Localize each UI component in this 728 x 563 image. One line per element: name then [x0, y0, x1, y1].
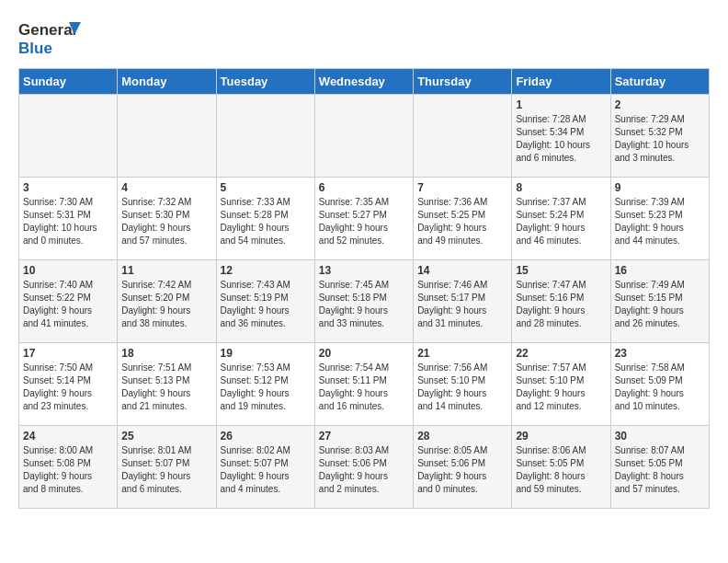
calendar-cell: 2Sunrise: 7:29 AM Sunset: 5:32 PM Daylig… [610, 95, 709, 178]
day-number: 18 [121, 347, 211, 360]
calendar-week-row: 1Sunrise: 7:28 AM Sunset: 5:34 PM Daylig… [19, 95, 710, 178]
calendar-cell: 26Sunrise: 8:02 AM Sunset: 5:07 PM Dayli… [216, 426, 314, 509]
day-info: Sunrise: 8:06 AM Sunset: 5:05 PM Dayligh… [516, 444, 606, 496]
day-info: Sunrise: 7:33 AM Sunset: 5:28 PM Dayligh… [221, 196, 311, 247]
day-number: 11 [121, 264, 211, 277]
calendar-cell: 23Sunrise: 7:58 AM Sunset: 5:09 PM Dayli… [610, 343, 709, 426]
calendar-week-row: 17Sunrise: 7:50 AM Sunset: 5:14 PM Dayli… [19, 343, 710, 426]
calendar-cell: 15Sunrise: 7:47 AM Sunset: 5:16 PM Dayli… [512, 260, 610, 343]
day-number: 6 [319, 181, 409, 194]
calendar-cell [414, 95, 512, 178]
calendar-cell: 5Sunrise: 7:33 AM Sunset: 5:28 PM Daylig… [216, 178, 314, 260]
day-info: Sunrise: 7:35 AM Sunset: 5:27 PM Dayligh… [319, 196, 409, 247]
calendar-cell: 10Sunrise: 7:40 AM Sunset: 5:22 PM Dayli… [19, 260, 118, 343]
day-number: 16 [615, 264, 705, 277]
weekday-header: Friday [512, 69, 610, 95]
logo-svg: GeneralBlue [18, 18, 92, 59]
weekday-header: Tuesday [216, 69, 314, 95]
calendar-cell: 14Sunrise: 7:46 AM Sunset: 5:17 PM Dayli… [414, 260, 512, 343]
weekday-header: Monday [118, 69, 216, 95]
calendar-week-row: 24Sunrise: 8:00 AM Sunset: 5:08 PM Dayli… [19, 426, 710, 509]
day-info: Sunrise: 8:07 AM Sunset: 5:05 PM Dayligh… [615, 444, 705, 496]
calendar-cell: 12Sunrise: 7:43 AM Sunset: 5:19 PM Dayli… [216, 260, 314, 343]
day-number: 26 [221, 430, 311, 442]
day-info: Sunrise: 7:36 AM Sunset: 5:25 PM Dayligh… [417, 196, 507, 247]
day-number: 29 [516, 430, 606, 442]
day-number: 2 [615, 98, 705, 111]
calendar-week-row: 3Sunrise: 7:30 AM Sunset: 5:31 PM Daylig… [19, 178, 710, 260]
day-number: 27 [319, 430, 409, 442]
day-number: 12 [221, 264, 311, 277]
calendar-cell: 21Sunrise: 7:56 AM Sunset: 5:10 PM Dayli… [414, 343, 512, 426]
calendar-cell: 17Sunrise: 7:50 AM Sunset: 5:14 PM Dayli… [19, 343, 118, 426]
calendar-cell: 25Sunrise: 8:01 AM Sunset: 5:07 PM Dayli… [118, 426, 216, 509]
day-number: 14 [417, 264, 507, 277]
day-number: 9 [615, 181, 705, 194]
day-info: Sunrise: 7:37 AM Sunset: 5:24 PM Dayligh… [516, 196, 606, 247]
day-info: Sunrise: 7:42 AM Sunset: 5:20 PM Dayligh… [121, 279, 211, 330]
day-info: Sunrise: 8:01 AM Sunset: 5:07 PM Dayligh… [121, 444, 211, 496]
weekday-header-row: SundayMondayTuesdayWednesdayThursdayFrid… [19, 69, 710, 95]
day-info: Sunrise: 7:49 AM Sunset: 5:15 PM Dayligh… [615, 279, 705, 330]
day-info: Sunrise: 7:56 AM Sunset: 5:10 PM Dayligh… [417, 362, 507, 413]
page-header: GeneralBlue [18, 18, 710, 59]
day-number: 24 [23, 430, 113, 442]
calendar-table: SundayMondayTuesdayWednesdayThursdayFrid… [18, 68, 710, 509]
weekday-header: Saturday [610, 69, 709, 95]
day-info: Sunrise: 7:54 AM Sunset: 5:11 PM Dayligh… [319, 362, 409, 413]
day-number: 10 [23, 264, 113, 277]
day-number: 13 [319, 264, 409, 277]
day-info: Sunrise: 7:47 AM Sunset: 5:16 PM Dayligh… [516, 279, 606, 330]
day-info: Sunrise: 8:03 AM Sunset: 5:06 PM Dayligh… [319, 444, 409, 496]
day-number: 28 [417, 430, 507, 442]
calendar-cell: 24Sunrise: 8:00 AM Sunset: 5:08 PM Dayli… [19, 426, 118, 509]
day-info: Sunrise: 7:51 AM Sunset: 5:13 PM Dayligh… [121, 362, 211, 413]
day-number: 30 [615, 430, 705, 442]
calendar-cell: 6Sunrise: 7:35 AM Sunset: 5:27 PM Daylig… [314, 178, 413, 260]
day-info: Sunrise: 7:46 AM Sunset: 5:17 PM Dayligh… [417, 279, 507, 330]
calendar-cell: 30Sunrise: 8:07 AM Sunset: 5:05 PM Dayli… [610, 426, 709, 509]
day-number: 20 [319, 347, 409, 360]
calendar-cell [118, 95, 216, 178]
day-info: Sunrise: 7:40 AM Sunset: 5:22 PM Dayligh… [23, 279, 113, 330]
weekday-header: Wednesday [314, 69, 413, 95]
calendar-cell: 18Sunrise: 7:51 AM Sunset: 5:13 PM Dayli… [118, 343, 216, 426]
day-info: Sunrise: 7:32 AM Sunset: 5:30 PM Dayligh… [121, 196, 211, 247]
day-number: 5 [221, 181, 311, 194]
day-info: Sunrise: 7:39 AM Sunset: 5:23 PM Dayligh… [615, 196, 705, 247]
weekday-header: Sunday [19, 69, 118, 95]
day-info: Sunrise: 7:43 AM Sunset: 5:19 PM Dayligh… [221, 279, 311, 330]
day-info: Sunrise: 7:28 AM Sunset: 5:34 PM Dayligh… [516, 113, 606, 165]
svg-text:General: General [18, 21, 76, 39]
calendar-cell: 3Sunrise: 7:30 AM Sunset: 5:31 PM Daylig… [19, 178, 118, 260]
calendar-body: 1Sunrise: 7:28 AM Sunset: 5:34 PM Daylig… [19, 95, 710, 509]
calendar-cell: 27Sunrise: 8:03 AM Sunset: 5:06 PM Dayli… [314, 426, 413, 509]
calendar-cell: 4Sunrise: 7:32 AM Sunset: 5:30 PM Daylig… [118, 178, 216, 260]
day-number: 17 [23, 347, 113, 360]
calendar-cell: 13Sunrise: 7:45 AM Sunset: 5:18 PM Dayli… [314, 260, 413, 343]
day-number: 3 [23, 181, 113, 194]
weekday-header: Thursday [414, 69, 512, 95]
calendar-cell [19, 95, 118, 178]
calendar-cell: 16Sunrise: 7:49 AM Sunset: 5:15 PM Dayli… [610, 260, 709, 343]
day-number: 25 [121, 430, 211, 442]
calendar-cell: 1Sunrise: 7:28 AM Sunset: 5:34 PM Daylig… [512, 95, 610, 178]
day-number: 22 [516, 347, 606, 360]
day-info: Sunrise: 7:53 AM Sunset: 5:12 PM Dayligh… [221, 362, 311, 413]
calendar-cell [216, 95, 314, 178]
calendar-cell: 7Sunrise: 7:36 AM Sunset: 5:25 PM Daylig… [414, 178, 512, 260]
day-info: Sunrise: 7:30 AM Sunset: 5:31 PM Dayligh… [23, 196, 113, 247]
calendar-cell: 8Sunrise: 7:37 AM Sunset: 5:24 PM Daylig… [512, 178, 610, 260]
day-number: 8 [516, 181, 606, 194]
day-info: Sunrise: 8:05 AM Sunset: 5:06 PM Dayligh… [417, 444, 507, 496]
calendar-cell: 19Sunrise: 7:53 AM Sunset: 5:12 PM Dayli… [216, 343, 314, 426]
calendar-cell: 9Sunrise: 7:39 AM Sunset: 5:23 PM Daylig… [610, 178, 709, 260]
calendar-week-row: 10Sunrise: 7:40 AM Sunset: 5:22 PM Dayli… [19, 260, 710, 343]
calendar-cell: 29Sunrise: 8:06 AM Sunset: 5:05 PM Dayli… [512, 426, 610, 509]
calendar-cell: 22Sunrise: 7:57 AM Sunset: 5:10 PM Dayli… [512, 343, 610, 426]
day-info: Sunrise: 8:00 AM Sunset: 5:08 PM Dayligh… [23, 444, 113, 496]
day-number: 7 [417, 181, 507, 194]
day-number: 23 [615, 347, 705, 360]
day-info: Sunrise: 7:57 AM Sunset: 5:10 PM Dayligh… [516, 362, 606, 413]
day-number: 4 [121, 181, 211, 194]
